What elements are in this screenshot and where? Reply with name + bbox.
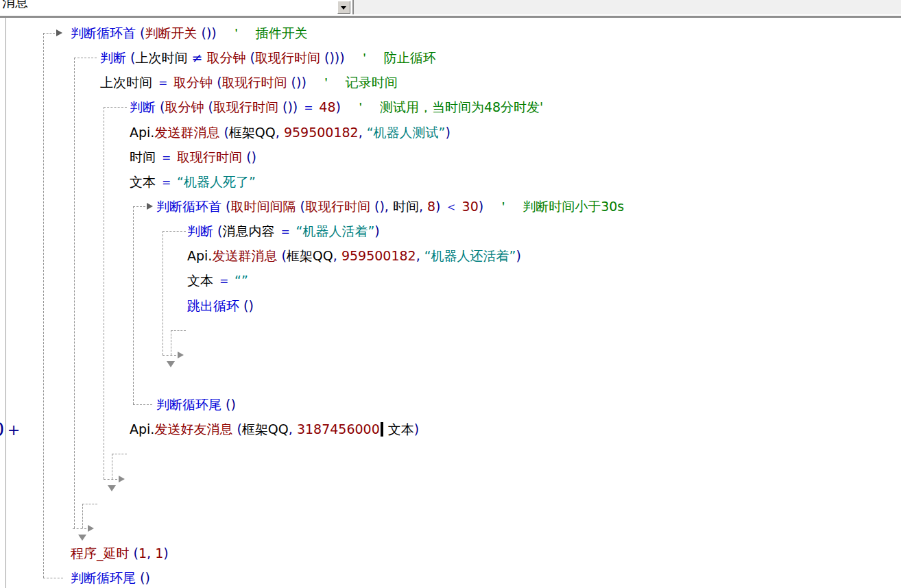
code-token: ( <box>300 199 305 214</box>
tree-dash-line <box>74 58 97 58</box>
code-token: 框架QQ <box>229 125 276 140</box>
tree-dash-line <box>104 479 117 480</box>
code-token: Api. <box>187 248 212 263</box>
code-token: 判断 <box>187 223 217 238</box>
tree-dash-line <box>133 404 152 405</box>
code-line[interactable]: 判断循环首 (判断开关 ()) ＇ 插件开关 <box>71 24 308 42</box>
tree-down-arrow-icon <box>167 361 175 367</box>
code-area[interactable]: 0＋ 判断循环首 (判断开关 ()) ＇ 插件开关判断 (上次时间 ≠ 取分钟 … <box>0 18 901 588</box>
code-token: ( <box>217 75 221 90</box>
code-line[interactable]: 文本 ＝ “” <box>187 271 248 289</box>
code-token: ()) <box>283 99 302 114</box>
code-token: 上次时间 <box>100 75 156 90</box>
code-token: 文本 <box>187 273 217 288</box>
editor-left-rule <box>5 18 6 588</box>
code-token: 判断循环首 <box>71 25 140 40</box>
code-token: ＝ <box>156 75 173 90</box>
code-token: ()) <box>291 75 307 90</box>
code-line[interactable]: 程序_延时 (1, 1) <box>71 544 169 562</box>
code-line[interactable]: 判断 (上次时间 ≠ 取分钟 (取现行时间 ())) ＇ 防止循环 <box>100 49 436 66</box>
code-line[interactable]: 判断循环首 (取时间间隔 (取现行时间 (), 时间, 8) ＜ 30) ＇ 判… <box>156 197 624 215</box>
code-token: 取分钟 <box>206 50 250 65</box>
code-token: 取分钟 <box>165 99 208 114</box>
tree-dash-line <box>163 231 163 355</box>
code-token: 程序_延时 <box>71 546 134 561</box>
code-token: ( <box>224 125 228 140</box>
code-token: ( <box>237 421 241 437</box>
code-token: ＝ <box>217 273 235 288</box>
code-token: , <box>147 546 155 561</box>
code-token: () <box>226 397 236 412</box>
code-line[interactable]: 时间 ＝ 取现行时间 () <box>130 148 256 166</box>
code-token: 8 <box>427 199 435 214</box>
code-token: 文本 <box>384 421 414 437</box>
tree-right-arrow-icon <box>119 476 125 482</box>
code-line[interactable]: 上次时间 ＝ 取分钟 (取现行时间 ()) ＇ 记录时间 <box>100 73 398 91</box>
code-line[interactable]: 跳出循环 () <box>187 297 254 315</box>
code-line[interactable]: 文本 ＝ “机器人死了” <box>130 173 256 191</box>
code-token: , <box>359 125 367 140</box>
tree-down-arrow-icon <box>78 535 86 541</box>
code-token: 取现行时间 <box>213 99 283 114</box>
tree-dash-line <box>74 58 75 528</box>
toolbar: 消息 <box>0 0 901 14</box>
code-token: ) <box>163 546 168 561</box>
code-token: ) <box>445 125 450 140</box>
code-token: , <box>289 421 297 437</box>
code-token: ＝ <box>160 174 177 189</box>
code-token: 48 <box>319 99 335 114</box>
code-token: “机器人还活着” <box>424 248 516 263</box>
code-token: 判断循环尾 <box>71 570 140 585</box>
code-token: ( <box>208 99 213 114</box>
code-token: 取现行时间 <box>177 149 246 164</box>
code-token: 判断循环首 <box>156 199 226 214</box>
code-token: ＝ <box>279 223 296 238</box>
code-token: 取分钟 <box>173 75 217 90</box>
code-token: 30 <box>462 199 479 214</box>
code-token: () <box>243 298 254 313</box>
code-line[interactable]: Api.发送好友消息 (框架QQ, 3187456000 文本) <box>130 420 419 438</box>
code-line[interactable]: Api.发送群消息 (框架QQ, 959500182, “机器人测试”) <box>130 123 450 141</box>
code-token: ) <box>336 99 341 114</box>
tree-dash-line <box>163 355 176 356</box>
code-line[interactable]: Api.发送群消息 (框架QQ, 959500182, “机器人还活着”) <box>187 247 521 265</box>
code-line[interactable]: 判断循环尾 () <box>156 395 236 413</box>
code-line[interactable]: 判断循环尾 () <box>71 569 150 587</box>
tree-dash-line <box>163 231 186 232</box>
event-selector-combobox[interactable]: 消息 <box>0 0 354 15</box>
code-line[interactable]: 判断 (消息内容 ＝ “机器人活着”) <box>187 222 380 240</box>
tree-dash-line <box>112 454 127 454</box>
code-token: 取现行时间 <box>222 75 291 90</box>
code-token: ) <box>516 248 520 263</box>
code-token: 判断 <box>130 99 160 114</box>
tree-dash-line <box>171 330 171 355</box>
code-token: Api. <box>130 421 154 437</box>
tree-right-arrow-icon <box>56 29 62 36</box>
code-token: (), <box>374 199 393 214</box>
clipped-margin-glyph: 0＋ <box>0 417 23 442</box>
code-token: ) <box>435 199 444 214</box>
code-token: ＇ 记录时间 <box>307 75 398 90</box>
code-token: ( <box>250 50 255 65</box>
code-token: 1 <box>155 546 163 561</box>
code-token: 时间 <box>130 149 160 164</box>
combobox-dropdown-button[interactable] <box>337 1 350 14</box>
code-token: ＝ <box>302 99 319 114</box>
tree-dash-line <box>133 206 134 404</box>
code-token: , <box>333 248 341 263</box>
code-token: 判断循环尾 <box>156 397 226 412</box>
tree-dash-line <box>171 330 186 331</box>
code-line[interactable]: 判断 (取分钟 (取现行时间 ()) ＝ 48) ＇ 测试用，当时间为48分时发… <box>130 98 543 116</box>
tree-dash-line <box>133 206 145 207</box>
code-token: ) <box>414 421 419 437</box>
code-token: ＇ 判断时间小于30s <box>483 199 624 214</box>
code-token: ()) <box>202 25 217 40</box>
tree-dash-line <box>104 107 104 478</box>
combobox-value: 消息 <box>2 0 28 12</box>
code-token: , <box>419 199 427 214</box>
code-token: 上次时间 <box>135 50 191 65</box>
code-token: 取现行时间 <box>305 199 374 214</box>
code-token: 判断开关 <box>145 25 201 40</box>
tree-dash-line <box>73 528 86 529</box>
code-token: “” <box>235 273 248 288</box>
